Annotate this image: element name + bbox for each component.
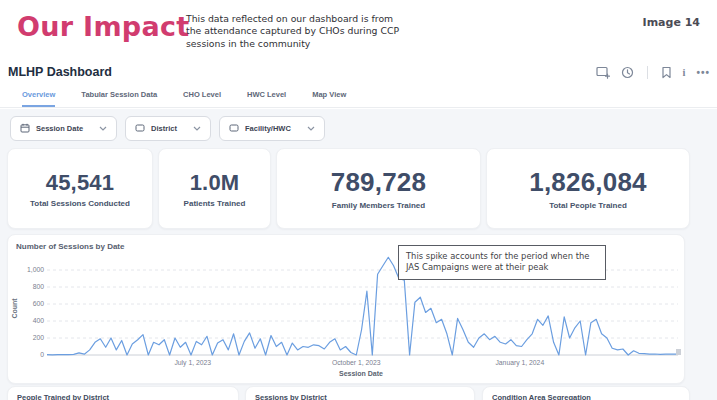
tab-tabular-session-data[interactable]: Tabular Session Data bbox=[81, 90, 157, 107]
field-icon bbox=[229, 124, 239, 134]
info-icon[interactable]: i bbox=[683, 67, 686, 78]
tab-overview[interactable]: Overview bbox=[22, 90, 55, 107]
chart-title: Number of Sessions by Date bbox=[16, 242, 124, 251]
x-axis-tick: January 1, 2024 bbox=[495, 359, 544, 366]
stat-value: 1,826,084 bbox=[529, 167, 646, 198]
chevron-down-icon bbox=[193, 124, 201, 133]
panel-condition-area-segregation: Condition Area Segregation bbox=[482, 386, 690, 400]
dashboard-toolbar: i ••• bbox=[596, 65, 710, 79]
y-axis-tick: 200 bbox=[16, 334, 44, 341]
filter-bar: Session Date District bbox=[10, 116, 325, 141]
filter-facility-hwc[interactable]: Facility/HWC bbox=[219, 116, 325, 141]
y-axis-tick: 600 bbox=[16, 300, 44, 307]
stat-card-patients-trained: 1.0M Patients Trained bbox=[158, 148, 271, 229]
image-label: Image 14 bbox=[643, 16, 700, 29]
add-to-collection-icon[interactable] bbox=[596, 65, 610, 79]
panel-people-trained-by-district: People Trained by District bbox=[7, 386, 239, 400]
history-icon[interactable] bbox=[621, 66, 634, 79]
chart-end-handle bbox=[676, 349, 681, 355]
toolbar-divider bbox=[647, 66, 648, 79]
field-icon bbox=[135, 124, 145, 134]
tab-hwc-level[interactable]: HWC Level bbox=[247, 90, 286, 107]
panel-title: Sessions by District bbox=[255, 393, 327, 400]
x-axis-tick: July 1, 2023 bbox=[174, 359, 211, 366]
y-axis-tick: 400 bbox=[16, 317, 44, 324]
chevron-down-icon bbox=[99, 124, 107, 133]
more-icon[interactable]: ••• bbox=[696, 67, 710, 78]
bookmark-icon[interactable] bbox=[661, 66, 672, 79]
y-axis-tick: 1,000 bbox=[16, 266, 44, 273]
page-title: Our Impact bbox=[17, 11, 190, 42]
stat-card-family-members-trained: 789,728 Family Members Trained bbox=[276, 148, 481, 229]
stat-label: Family Members Trained bbox=[332, 201, 425, 210]
filter-session-date[interactable]: Session Date bbox=[10, 116, 117, 141]
stat-value: 789,728 bbox=[331, 167, 426, 198]
stat-card-total-sessions: 45,541 Total Sessions Conducted bbox=[7, 148, 153, 229]
filter-label: District bbox=[151, 124, 177, 133]
filter-label: Facility/HWC bbox=[245, 124, 291, 133]
tab-map-view[interactable]: Map View bbox=[312, 90, 346, 107]
tabs-bar: Overview Tabular Session Data CHO Level … bbox=[0, 88, 717, 108]
filter-district[interactable]: District bbox=[125, 116, 211, 141]
tab-cho-level[interactable]: CHO Level bbox=[183, 90, 221, 107]
stat-label: Total Sessions Conducted bbox=[30, 199, 130, 208]
chart-annotation: This spike accounts for the period when … bbox=[398, 245, 606, 280]
dashboard-title: MLHP Dashboard bbox=[8, 65, 112, 79]
filter-label: Session Date bbox=[36, 124, 83, 133]
panel-title: Condition Area Segregation bbox=[492, 393, 591, 400]
stat-value: 45,541 bbox=[46, 170, 115, 196]
stat-value: 1.0M bbox=[190, 170, 240, 196]
stat-card-total-people-trained: 1,826,084 Total People Trained bbox=[486, 148, 690, 229]
sessions-chart-card: Number of Sessions by Date Count 0200400… bbox=[7, 234, 685, 384]
stat-label: Total People Trained bbox=[549, 201, 627, 210]
chevron-down-icon bbox=[307, 124, 315, 133]
screen: Our Impact This data reflected on our da… bbox=[0, 0, 717, 400]
dashboard-content: Session Date District bbox=[0, 109, 717, 400]
x-axis-label: Session Date bbox=[251, 370, 471, 377]
stat-label: Patients Trained bbox=[184, 199, 246, 208]
y-axis-tick: 800 bbox=[16, 283, 44, 290]
panel-sessions-by-district: Sessions by District bbox=[245, 386, 475, 400]
calendar-icon bbox=[20, 123, 30, 135]
y-axis-tick: 0 bbox=[16, 351, 44, 358]
x-axis-tick: October 1, 2023 bbox=[332, 359, 381, 366]
page-description: This data reflected on our dashboard is … bbox=[186, 13, 410, 50]
panel-title: People Trained by District bbox=[17, 393, 109, 400]
